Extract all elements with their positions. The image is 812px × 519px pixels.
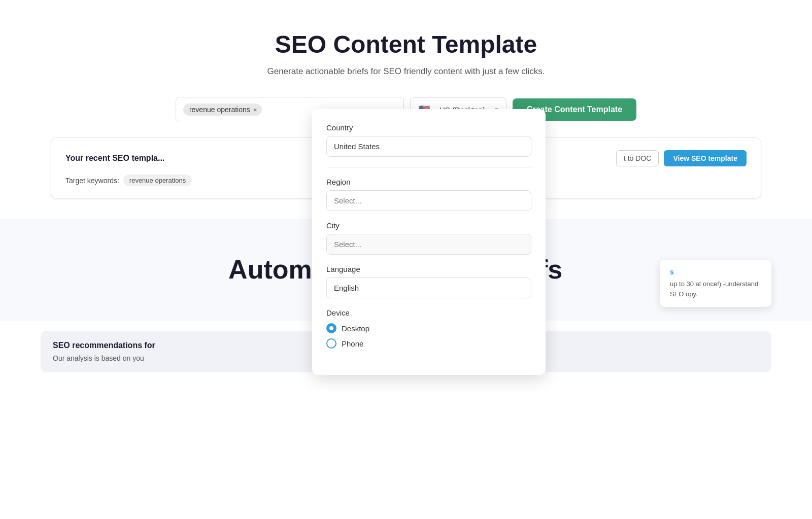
divider-1 (326, 167, 531, 167)
keywords-label: Target keywords: (65, 177, 119, 185)
info-card: s up to 30 at once!) -understand SEO opy… (660, 260, 771, 307)
keyword-tag-close[interactable]: × (253, 106, 257, 114)
city-section: City (326, 221, 531, 255)
recent-section-title: Your recent SEO templa... (65, 154, 164, 163)
language-input[interactable] (326, 278, 531, 298)
country-input[interactable] (326, 136, 531, 157)
region-input[interactable] (326, 190, 531, 211)
device-section: Device Desktop Phone (326, 308, 531, 349)
device-label: Device (326, 308, 531, 317)
location-dropdown-panel: Country Region City Language Device (312, 109, 546, 375)
region-label: Region (326, 178, 531, 186)
desktop-label: Desktop (342, 324, 369, 333)
info-card-link[interactable]: s (670, 268, 761, 276)
phone-label: Phone (342, 339, 363, 348)
page-wrapper: SEO Content Template Generate actionable… (0, 0, 812, 519)
radio-phone-icon (326, 338, 336, 349)
language-label: Language (326, 265, 531, 273)
region-section: Region (326, 178, 531, 211)
page-title: SEO Content Template (20, 30, 792, 58)
language-section: Language (326, 265, 531, 298)
country-label: Country (326, 123, 531, 132)
device-option-desktop[interactable]: Desktop (326, 323, 531, 333)
keyword-tag[interactable]: revenue operations × (183, 103, 262, 116)
radio-desktop-icon (326, 323, 336, 333)
city-input[interactable] (326, 234, 531, 255)
keyword-pill: revenue operations (123, 175, 192, 186)
info-card-text: up to 30 at once!) -understand SEO opy. (670, 279, 761, 299)
page-subtitle: Generate actionable briefs for SEO frien… (20, 66, 792, 77)
device-radio-group: Desktop Phone (326, 323, 531, 349)
recent-actions: t to DOC View SEO template (616, 150, 747, 166)
keyword-tag-text: revenue operations (189, 106, 250, 114)
view-seo-template-button[interactable]: View SEO template (664, 150, 747, 166)
export-to-doc-button[interactable]: t to DOC (616, 150, 659, 166)
city-label: City (326, 221, 531, 230)
country-section: Country (326, 123, 531, 157)
device-option-phone[interactable]: Phone (326, 338, 531, 349)
